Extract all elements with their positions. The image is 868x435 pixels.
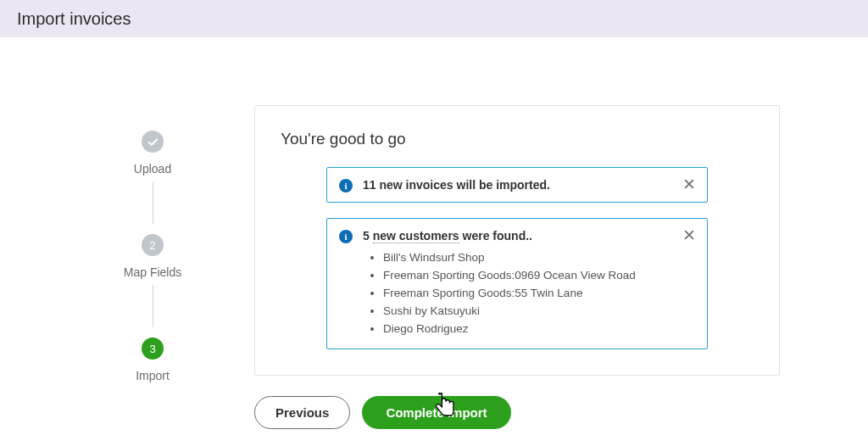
list-item: Freeman Sporting Goods:55 Twin Lane — [383, 285, 673, 303]
step-number: 2 — [149, 239, 155, 252]
alert-close-button[interactable] — [680, 175, 698, 193]
page-header: Import invoices — [0, 0, 868, 37]
page-body: Upload 2 Map Fields 3 Import You're good… — [0, 37, 868, 435]
page-title: Import invoices — [17, 9, 131, 29]
check-icon — [147, 137, 159, 148]
alert-customers-prefix: 5 — [363, 229, 373, 243]
step-map-circle: 2 — [142, 234, 164, 256]
step-connector — [153, 181, 153, 224]
step-map-fields: 2 Map Fields — [124, 234, 181, 280]
step-upload: Upload — [134, 131, 171, 176]
info-icon: i — [339, 179, 353, 192]
customer-list: Bill's Windsurf Shop Freeman Sporting Go… — [383, 249, 673, 338]
close-icon — [683, 229, 695, 241]
alert-invoices-text: 11 new invoices will be imported. — [363, 178, 673, 192]
list-item: Diego Rodriguez — [383, 321, 673, 338]
previous-button[interactable]: Previous — [254, 396, 350, 429]
alert-invoices: i 11 new invoices will be imported. — [326, 167, 708, 203]
step-upload-label: Upload — [134, 161, 171, 176]
step-connector — [153, 285, 153, 327]
list-item: Sushi by Katsuyuki — [383, 303, 673, 321]
complete-import-button[interactable]: Complete import — [362, 396, 510, 429]
step-import: 3 Import — [136, 337, 170, 383]
list-item: Bill's Windsurf Shop — [383, 249, 673, 267]
step-upload-circle — [142, 131, 164, 153]
step-number: 3 — [149, 343, 155, 355]
button-row: Previous Complete import — [254, 396, 834, 429]
stepper: Upload 2 Map Fields 3 Import — [102, 105, 203, 429]
info-icon: i — [339, 230, 353, 243]
panel-title: You're good to go — [281, 130, 754, 148]
alert-customers-suffix: were found.. — [459, 229, 532, 243]
alert-customers-underlined: new customers — [373, 229, 459, 243]
step-import-circle: 3 — [142, 337, 164, 360]
review-panel: You're good to go i 11 new invoices will… — [254, 105, 780, 376]
step-map-label: Map Fields — [124, 265, 181, 280]
list-item: Freeman Sporting Goods:0969 Ocean View R… — [383, 267, 673, 285]
alert-close-button[interactable] — [680, 226, 698, 244]
alert-customers: i 5 new customers were found.. Bill's Wi… — [326, 218, 708, 349]
alert-customers-text: 5 new customers were found.. — [363, 229, 673, 243]
step-import-label: Import — [136, 368, 170, 383]
main-content: You're good to go i 11 new invoices will… — [203, 105, 834, 429]
close-icon — [683, 178, 695, 190]
